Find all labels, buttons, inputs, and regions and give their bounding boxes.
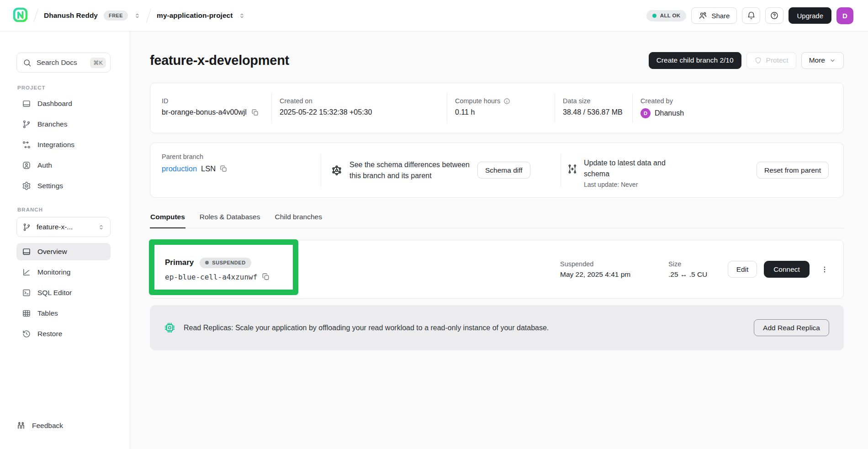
created-by-label: Created by xyxy=(640,97,832,105)
schema-diff-description: See the schema differences between this … xyxy=(349,159,471,181)
size-value: .25 ↔ .5 CU xyxy=(668,270,728,279)
table-grid-icon xyxy=(22,309,31,318)
gear-icon xyxy=(22,181,31,190)
help-button[interactable] xyxy=(765,7,783,24)
branch-selector[interactable]: feature-x-... xyxy=(16,217,111,237)
compute-hours-label: Compute hours xyxy=(455,97,500,105)
page-title: feature-x-development xyxy=(150,52,289,69)
workspace-name[interactable]: Dhanush Reddy xyxy=(44,11,98,20)
sidebar-item-branches[interactable]: Branches xyxy=(16,116,111,133)
avatar[interactable]: D xyxy=(836,7,853,24)
share-button[interactable]: Share xyxy=(691,7,737,24)
plan-badge: FREE xyxy=(104,11,128,21)
suspended-status-badge: SUSPENDED xyxy=(200,258,251,268)
breadcrumb-divider xyxy=(33,9,38,23)
compute-name: Primary xyxy=(165,258,194,267)
sidebar-item-auth[interactable]: Auth xyxy=(16,157,111,174)
tab-roles-databases[interactable]: Roles & Databases xyxy=(199,208,261,228)
cpu-chip-icon xyxy=(164,322,176,334)
reset-branch-icon xyxy=(567,164,578,174)
read-replica-message: Read Replicas: Scale your application by… xyxy=(184,324,549,332)
sidebar-item-sql-editor[interactable]: SQL Editor xyxy=(16,284,111,301)
created-on-label: Created on xyxy=(280,97,447,105)
sidebar-item-label: Settings xyxy=(37,182,63,190)
status-badge[interactable]: ALL OK xyxy=(646,10,687,21)
feedback-button[interactable]: Feedback xyxy=(16,417,63,434)
chevron-up-down-icon xyxy=(98,224,105,231)
sidebar-item-integrations[interactable]: Integrations xyxy=(16,136,111,153)
created-by-value: Dhanush xyxy=(655,109,684,117)
reset-from-parent-button[interactable]: Reset from parent xyxy=(757,162,829,179)
suspended-time: May 22, 2025 4:41 pm xyxy=(560,270,668,279)
lsn-label: LSN xyxy=(201,164,216,173)
feedback-people-icon xyxy=(16,421,26,430)
edit-button[interactable]: Edit xyxy=(728,261,757,278)
compute-hours-value: 0.11 h xyxy=(455,108,475,116)
sidebar-item-label: Overview xyxy=(37,248,67,256)
history-clock-icon xyxy=(22,329,31,338)
project-switcher-icon[interactable] xyxy=(238,12,245,19)
notifications-button[interactable] xyxy=(742,7,760,24)
upgrade-button[interactable]: Upgrade xyxy=(789,7,831,24)
info-icon[interactable] xyxy=(503,98,510,105)
add-read-replica-button[interactable]: Add Read Replica xyxy=(754,319,829,336)
git-branch-icon xyxy=(22,120,31,129)
tab-computes[interactable]: Computes xyxy=(150,208,185,228)
workspace-switcher-icon[interactable] xyxy=(134,12,141,19)
more-button-label: More xyxy=(809,56,825,64)
search-docs-input[interactable]: Search Docs ⌘K xyxy=(16,53,111,73)
sidebar: Search Docs ⌘K PROJECT Dashboard Branche… xyxy=(0,32,130,449)
sidebar-item-label: Integrations xyxy=(37,141,74,149)
creator-avatar: D xyxy=(640,108,651,118)
id-label: ID xyxy=(162,97,271,105)
tab-child-branches[interactable]: Child branches xyxy=(274,208,322,228)
branch-tabs: Computes Roles & Databases Child branche… xyxy=(150,208,844,228)
neon-logo[interactable] xyxy=(13,7,28,24)
sidebar-item-overview[interactable]: Overview xyxy=(16,243,111,260)
sidebar-item-label: Branches xyxy=(37,120,67,128)
terminal-icon xyxy=(22,288,31,297)
question-icon xyxy=(770,11,779,20)
feedback-label: Feedback xyxy=(32,422,63,430)
project-section-label: PROJECT xyxy=(17,85,111,90)
more-button[interactable]: More xyxy=(801,52,844,69)
project-name[interactable]: my-application-project xyxy=(157,11,233,20)
integrations-icon xyxy=(22,140,31,149)
git-branch-icon xyxy=(22,223,31,232)
sidebar-item-label: Monitoring xyxy=(37,268,70,276)
sidebar-item-label: Tables xyxy=(37,309,58,317)
search-icon xyxy=(23,58,32,67)
users-icon xyxy=(699,11,707,20)
suspended-badge-label: SUSPENDED xyxy=(212,260,245,265)
copy-icon[interactable] xyxy=(251,109,259,116)
size-label: Size xyxy=(668,260,728,268)
breadcrumb: Dhanush Reddy FREE my-application-projec… xyxy=(13,7,245,24)
created-on-value: 2025-05-22 15:32:38 +05:30 xyxy=(280,108,372,116)
sidebar-item-label: Auth xyxy=(37,161,52,169)
sidebar-item-settings[interactable]: Settings xyxy=(16,177,111,195)
connect-button[interactable]: Connect xyxy=(764,261,810,278)
sidebar-item-restore[interactable]: Restore xyxy=(16,325,111,343)
dashboard-icon xyxy=(22,99,31,108)
create-child-branch-button[interactable]: Create child branch 2/10 xyxy=(649,52,741,69)
app-window: Dhanush Reddy FREE my-application-projec… xyxy=(0,0,868,449)
schema-diff-button[interactable]: Schema diff xyxy=(477,162,530,179)
parent-branch-link[interactable]: production xyxy=(162,164,197,173)
suspended-label: Suspended xyxy=(560,260,668,268)
copy-icon[interactable] xyxy=(220,165,228,173)
copy-icon[interactable] xyxy=(262,273,270,281)
auth-user-icon xyxy=(22,161,31,170)
kebab-menu-icon[interactable] xyxy=(820,265,829,274)
branch-selector-value: feature-x-... xyxy=(37,223,73,231)
sidebar-item-tables[interactable]: Tables xyxy=(16,305,111,322)
protect-button[interactable]: Protect xyxy=(746,52,796,69)
sidebar-item-dashboard[interactable]: Dashboard xyxy=(16,95,111,112)
parent-branch-label: Parent branch xyxy=(162,153,321,160)
sidebar-item-label: Dashboard xyxy=(37,100,72,108)
shield-icon xyxy=(754,57,762,64)
sidebar-item-label: Restore xyxy=(37,330,62,338)
search-shortcut: ⌘K xyxy=(90,58,106,68)
branch-info-card: ID br-orange-bonus-a4v00wjl Created on 2… xyxy=(150,83,844,133)
breadcrumb-divider xyxy=(146,9,151,23)
sidebar-item-monitoring[interactable]: Monitoring xyxy=(16,264,111,281)
